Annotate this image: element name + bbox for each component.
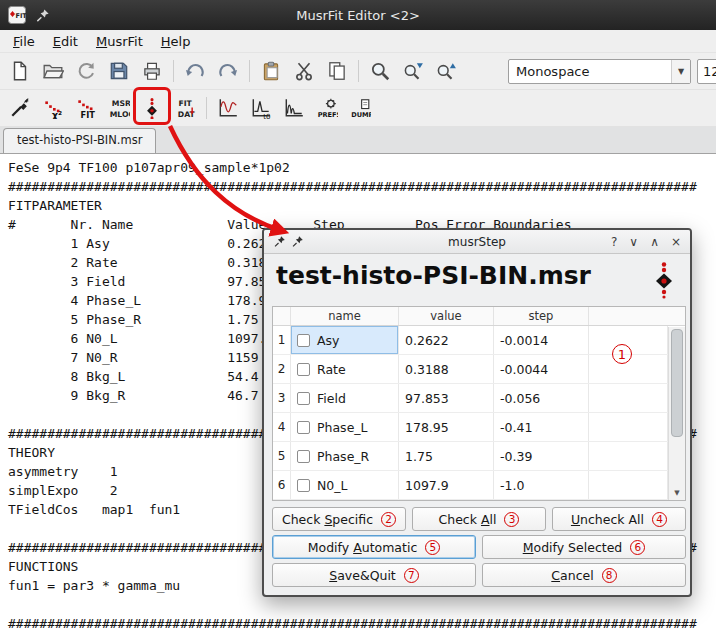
value-cell[interactable]: 97.853 bbox=[399, 384, 494, 412]
find-next-button[interactable] bbox=[398, 56, 428, 86]
vertical-scrollbar[interactable]: ▼ bbox=[668, 327, 685, 500]
menu-help[interactable]: Help bbox=[152, 32, 200, 51]
msr2data-button[interactable]: FIT DAT bbox=[170, 93, 200, 123]
check-all-button[interactable]: Check All 3 bbox=[412, 507, 546, 531]
modify-automatic-button[interactable]: Modify Automatic 5 bbox=[272, 535, 476, 559]
musrprefs-button[interactable]: PREFS bbox=[312, 93, 342, 123]
param-name: Rate bbox=[317, 362, 346, 377]
window-title: MusrFit Editor <2> bbox=[0, 8, 716, 23]
value-cell[interactable]: 1097.9 bbox=[399, 471, 494, 499]
save-button[interactable] bbox=[104, 56, 134, 86]
param-name: N0_L bbox=[317, 478, 348, 493]
table-row[interactable]: 6 N0_L 1097.9 -1.0 bbox=[273, 471, 668, 500]
help-icon[interactable]: ? bbox=[611, 235, 617, 249]
menu-edit[interactable]: Edit bbox=[44, 32, 87, 51]
step-cell[interactable]: -0.056 bbox=[494, 384, 589, 412]
row-number: 2 bbox=[273, 355, 291, 383]
cut-button[interactable] bbox=[289, 56, 319, 86]
paste-button[interactable] bbox=[256, 56, 286, 86]
musrdump-button[interactable]: DUMP bbox=[345, 93, 375, 123]
row-checkbox[interactable] bbox=[297, 479, 310, 492]
scrollbar-handle[interactable] bbox=[671, 329, 683, 437]
close-icon[interactable]: × bbox=[671, 235, 681, 249]
table-row[interactable]: 4 Phase_L 178.95 -0.41 bbox=[273, 413, 668, 442]
chevron-down-icon[interactable]: ▼ bbox=[671, 60, 690, 83]
row-checkbox[interactable] bbox=[297, 450, 310, 463]
find-previous-button[interactable] bbox=[431, 56, 461, 86]
step-cell[interactable]: -1.0 bbox=[494, 471, 589, 499]
step-cell[interactable]: -0.0044 bbox=[494, 355, 589, 383]
cancel-button[interactable]: Cancel 8 bbox=[482, 563, 686, 587]
button-label: Check All bbox=[439, 512, 497, 527]
toolbar-separator bbox=[173, 60, 174, 82]
menu-musrfit[interactable]: MusrFit bbox=[87, 32, 152, 51]
column-header-name[interactable]: name bbox=[291, 307, 399, 325]
tab-msr-file[interactable]: test-histo-PSI-BIN.msr bbox=[3, 128, 156, 153]
row-number: 1 bbox=[273, 326, 291, 354]
table-row[interactable]: 2 Rate 0.3188 -0.0044 bbox=[273, 355, 668, 384]
pin-icon[interactable] bbox=[35, 8, 50, 23]
table-row[interactable]: 3 Field 97.853 -0.056 bbox=[273, 384, 668, 413]
dialog-titlebar[interactable]: musrStep ? ∨ ∧ × bbox=[264, 230, 690, 254]
name-cell: Rate bbox=[291, 355, 399, 383]
save-quit-button[interactable]: Save&Quit 7 bbox=[272, 563, 476, 587]
value-cell[interactable]: 0.3188 bbox=[399, 355, 494, 383]
editor-line: ########################################… bbox=[8, 177, 716, 196]
name-cell: Phase_L bbox=[291, 413, 399, 441]
value-cell[interactable]: 178.95 bbox=[399, 413, 494, 441]
musrstep-button[interactable] bbox=[137, 93, 167, 123]
pin-icon[interactable] bbox=[291, 235, 304, 248]
uncheck-all-button[interactable]: Uncheck All 4 bbox=[552, 507, 686, 531]
button-label: Modify Automatic bbox=[308, 540, 418, 555]
pin-icon[interactable] bbox=[273, 235, 286, 248]
dialog-header: test-histo-PSI-BIN.msr bbox=[264, 254, 690, 290]
musrft-button[interactable] bbox=[279, 93, 309, 123]
reload-button[interactable] bbox=[71, 56, 101, 86]
musrfit-run-button[interactable]: FIT bbox=[71, 93, 101, 123]
menu-file[interactable]: File bbox=[4, 32, 44, 51]
new-file-button[interactable] bbox=[5, 56, 35, 86]
table-row[interactable]: 1 Asy 0.2622 -0.0014 bbox=[273, 326, 668, 355]
svg-text:χ²: χ² bbox=[52, 109, 62, 119]
modify-selected-button[interactable]: Modify Selected 6 bbox=[482, 535, 686, 559]
parameter-table: name value step 1 Asy 0.2622 -0.0014 2 R… bbox=[272, 306, 686, 501]
row-checkbox[interactable] bbox=[297, 421, 310, 434]
step-cell[interactable]: -0.39 bbox=[494, 442, 589, 470]
shade-icon[interactable]: ∨ bbox=[629, 235, 638, 249]
editor-line: FeSe 9p4 TF100 p107apr09_sample*1p02 bbox=[8, 158, 716, 177]
musrfit-app-icon: FIT bbox=[8, 6, 26, 24]
font-family-combobox[interactable]: Monospace ▼ bbox=[508, 59, 691, 84]
row-number: 5 bbox=[273, 442, 291, 470]
column-header-step[interactable]: step bbox=[494, 307, 589, 325]
find-previous-icon bbox=[435, 60, 457, 82]
row-checkbox[interactable] bbox=[297, 334, 310, 347]
undo-button[interactable] bbox=[180, 56, 210, 86]
param-name: Field bbox=[317, 391, 346, 406]
svg-text:FIT: FIT bbox=[178, 99, 192, 108]
font-size-spinbox[interactable]: 12 ▲ ▼ bbox=[697, 59, 716, 84]
musrfit-chisq-button[interactable]: χ² bbox=[38, 93, 68, 123]
wizard-wand-icon bbox=[9, 97, 31, 119]
column-header-value[interactable]: value bbox=[399, 307, 494, 325]
value-cell[interactable]: 0.2622 bbox=[399, 326, 494, 354]
filler-cell bbox=[589, 413, 668, 441]
step-cell[interactable]: -0.41 bbox=[494, 413, 589, 441]
open-file-button[interactable] bbox=[38, 56, 68, 86]
scroll-down-icon[interactable]: ▼ bbox=[669, 486, 685, 500]
msr2mlog-button[interactable]: MSR MLOG bbox=[104, 93, 134, 123]
copy-button[interactable] bbox=[322, 56, 352, 86]
toolbar-musrfit: χ² FIT MSR MLOG FIT bbox=[0, 90, 716, 127]
step-cell[interactable]: -0.0014 bbox=[494, 326, 589, 354]
musrview-button[interactable] bbox=[213, 93, 243, 123]
print-button[interactable] bbox=[137, 56, 167, 86]
musr-wizard-button[interactable] bbox=[5, 93, 35, 123]
musrt0-button[interactable]: t0 bbox=[246, 93, 276, 123]
check-specific-button[interactable]: Check Specific 2 bbox=[272, 507, 406, 531]
find-button[interactable] bbox=[365, 56, 395, 86]
maximize-icon[interactable]: ∧ bbox=[650, 235, 659, 249]
value-cell[interactable]: 1.75 bbox=[399, 442, 494, 470]
row-checkbox[interactable] bbox=[297, 392, 310, 405]
table-row[interactable]: 5 Phase_R 1.75 -0.39 bbox=[273, 442, 668, 471]
row-checkbox[interactable] bbox=[297, 363, 310, 376]
redo-button[interactable] bbox=[213, 56, 243, 86]
